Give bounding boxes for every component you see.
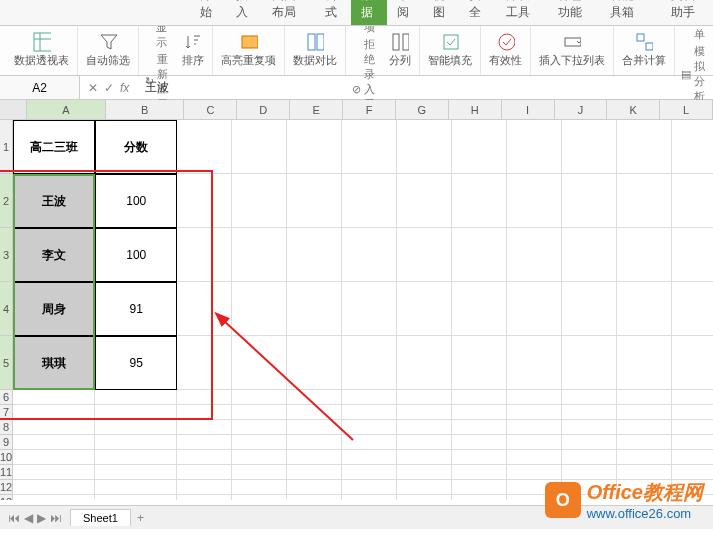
cell[interactable] xyxy=(95,390,177,405)
table-cell-name[interactable]: 周身 xyxy=(13,282,95,336)
cell[interactable] xyxy=(397,336,452,390)
cell[interactable] xyxy=(177,465,232,480)
cell[interactable] xyxy=(232,495,287,500)
cell[interactable] xyxy=(507,405,562,420)
row-header-1[interactable]: 1 xyxy=(0,120,12,174)
cell[interactable] xyxy=(507,420,562,435)
cell[interactable] xyxy=(397,405,452,420)
cell[interactable] xyxy=(507,465,562,480)
col-header-L[interactable]: L xyxy=(660,100,713,119)
cell[interactable] xyxy=(507,174,562,228)
cell[interactable] xyxy=(13,480,95,495)
row-header-10[interactable]: 10 xyxy=(0,450,12,465)
tab-insert[interactable]: 插入 xyxy=(226,0,262,25)
cell[interactable] xyxy=(562,420,617,435)
sheet-prev-icon[interactable]: ◀ xyxy=(24,511,33,525)
cell[interactable] xyxy=(232,435,287,450)
cell[interactable] xyxy=(617,435,672,450)
cell[interactable] xyxy=(672,174,713,228)
ribbon-validation[interactable]: 有效性 xyxy=(481,26,531,75)
cell[interactable] xyxy=(177,336,232,390)
cell[interactable] xyxy=(342,390,397,405)
ribbon-pivot-table[interactable]: 数据透视表 xyxy=(6,26,78,75)
cell[interactable] xyxy=(397,420,452,435)
cell[interactable] xyxy=(177,228,232,282)
cell[interactable] xyxy=(95,405,177,420)
cell[interactable] xyxy=(452,435,507,450)
cell[interactable] xyxy=(342,435,397,450)
cell[interactable] xyxy=(397,435,452,450)
row-header-8[interactable]: 8 xyxy=(0,420,12,435)
tab-view[interactable]: 视图 xyxy=(423,0,459,25)
cell[interactable] xyxy=(617,282,672,336)
cell[interactable] xyxy=(562,465,617,480)
cell[interactable] xyxy=(342,465,397,480)
cell[interactable] xyxy=(672,336,713,390)
cell[interactable] xyxy=(507,120,562,174)
sheet-first-icon[interactable]: ⏮ xyxy=(8,511,20,525)
cells-area[interactable]: 高二三班 分数 王波 100 李文 100 周身 91 琪琪 95 xyxy=(13,120,713,500)
row-header-7[interactable]: 7 xyxy=(0,405,12,420)
cell[interactable] xyxy=(397,480,452,495)
cell[interactable] xyxy=(177,282,232,336)
select-all-corner[interactable] xyxy=(0,100,27,119)
row-header-5[interactable]: 5 xyxy=(0,336,12,390)
ribbon-highlight-dup[interactable]: 高亮重复项 xyxy=(213,26,285,75)
cell[interactable] xyxy=(13,450,95,465)
cell[interactable] xyxy=(507,336,562,390)
cell[interactable] xyxy=(287,480,342,495)
cell[interactable] xyxy=(177,450,232,465)
cell[interactable] xyxy=(397,450,452,465)
col-header-I[interactable]: I xyxy=(502,100,555,119)
table-cell-name[interactable]: 琪琪 xyxy=(13,336,95,390)
table-cell-name[interactable]: 王波 xyxy=(13,174,95,228)
row-header-9[interactable]: 9 xyxy=(0,435,12,450)
cell[interactable] xyxy=(672,390,713,405)
cell[interactable] xyxy=(13,405,95,420)
table-cell-score[interactable]: 91 xyxy=(95,282,177,336)
cell[interactable] xyxy=(177,480,232,495)
sheet-tab[interactable]: Sheet1 xyxy=(70,509,131,526)
ribbon-smart-fill[interactable]: 智能填充 xyxy=(420,26,481,75)
cell[interactable] xyxy=(232,228,287,282)
sheet-next-icon[interactable]: ▶ xyxy=(37,511,46,525)
cell[interactable] xyxy=(672,450,713,465)
col-header-K[interactable]: K xyxy=(607,100,660,119)
cell[interactable] xyxy=(95,480,177,495)
row-header-13[interactable]: 13 xyxy=(0,495,12,500)
cell[interactable] xyxy=(397,228,452,282)
cell[interactable] xyxy=(617,174,672,228)
cell[interactable] xyxy=(397,282,452,336)
cell[interactable] xyxy=(95,495,177,500)
cell[interactable] xyxy=(452,465,507,480)
cell[interactable] xyxy=(342,495,397,500)
cell[interactable] xyxy=(672,465,713,480)
cell[interactable] xyxy=(287,336,342,390)
cell[interactable] xyxy=(397,174,452,228)
cell[interactable] xyxy=(562,450,617,465)
cell[interactable] xyxy=(342,282,397,336)
tab-review[interactable]: 审阅 xyxy=(387,0,423,25)
cell[interactable] xyxy=(617,336,672,390)
cell[interactable] xyxy=(177,174,232,228)
cell[interactable] xyxy=(562,336,617,390)
cell[interactable] xyxy=(617,420,672,435)
cell[interactable] xyxy=(562,282,617,336)
tab-data[interactable]: 数据 xyxy=(351,0,387,25)
cell[interactable] xyxy=(342,450,397,465)
tab-features[interactable]: 特色功能 xyxy=(548,0,600,25)
row-header-11[interactable]: 11 xyxy=(0,465,12,480)
cell[interactable] xyxy=(617,390,672,405)
cell[interactable] xyxy=(232,480,287,495)
tab-formulas[interactable]: 公式 xyxy=(315,0,351,25)
table-cell-name[interactable]: 李文 xyxy=(13,228,95,282)
col-header-A[interactable]: A xyxy=(27,100,106,119)
fx-icon[interactable]: fx xyxy=(120,81,129,95)
table-header-class[interactable]: 高二三班 xyxy=(13,120,95,174)
cell[interactable] xyxy=(507,450,562,465)
cell[interactable] xyxy=(452,405,507,420)
cell[interactable] xyxy=(452,450,507,465)
cell[interactable] xyxy=(397,465,452,480)
cell[interactable] xyxy=(507,435,562,450)
row-header-4[interactable]: 4 xyxy=(0,282,12,336)
